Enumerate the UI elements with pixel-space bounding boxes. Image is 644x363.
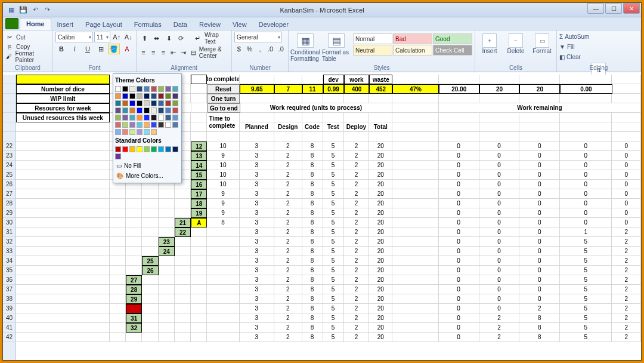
cell[interactable]: 3 [240,266,274,275]
color-swatch[interactable] [158,86,164,92]
cell[interactable] [159,313,175,323]
cell[interactable]: 24 [159,247,175,256]
cell[interactable] [392,256,439,266]
color-swatch[interactable] [151,122,157,128]
color-swatch[interactable] [129,146,135,152]
cell[interactable]: 0 [519,199,560,208]
fill-button[interactable]: ▼Fill [559,42,638,51]
cell[interactable]: 0 [479,285,520,294]
cell[interactable]: 20 [369,304,392,313]
color-swatch[interactable] [115,93,121,99]
cell[interactable] [126,333,142,342]
cell[interactable]: 0 [439,275,479,285]
cell[interactable]: 0 [560,161,612,170]
cell[interactable] [159,304,175,313]
cell[interactable]: Time to complete [207,113,239,132]
color-swatch[interactable] [115,86,121,92]
cell[interactable]: 0 [479,275,520,285]
cell[interactable] [274,75,302,84]
cell[interactable]: 0 [479,208,520,218]
align-top-icon[interactable]: ⬆ [139,33,150,44]
grow-font-icon[interactable]: A↑ [112,32,122,42]
color-swatch[interactable] [122,146,128,152]
cell[interactable]: 2 [344,208,370,218]
cell[interactable]: 8 [207,218,239,227]
cell[interactable]: 0 [479,141,520,151]
cell[interactable]: 0 [439,199,479,208]
cell[interactable]: 0 [560,199,612,208]
decrease-decimal-icon[interactable]: .0 [276,44,286,54]
cell[interactable]: WIP limit [16,94,110,103]
cell[interactable]: 2 [344,180,370,189]
color-swatch[interactable] [129,122,135,128]
cell[interactable]: 0 [439,161,479,170]
cell[interactable]: 8 [302,170,323,180]
cell[interactable] [191,237,207,247]
cell[interactable] [142,323,158,333]
cell[interactable] [302,94,323,103]
cell[interactable] [126,227,142,237]
cell[interactable]: 27 [126,275,142,285]
cell[interactable] [16,285,110,294]
tab-formulas[interactable]: Formulas [128,19,168,30]
cell[interactable] [16,180,110,189]
cell[interactable]: 0 [479,151,520,161]
cell[interactable]: 0 [612,218,641,227]
cell[interactable]: 0 [479,170,520,180]
cell[interactable] [142,285,158,294]
fill-color-button[interactable]: 🪣 [108,44,120,54]
cell[interactable]: 2 [612,227,641,237]
cell[interactable]: 23 [159,237,175,247]
cell[interactable] [392,199,439,208]
cell[interactable]: 2 [479,313,520,323]
cell[interactable]: 0 [479,247,520,256]
cell[interactable] [110,304,126,313]
cell[interactable]: 8 [519,323,560,333]
cell[interactable] [110,199,126,208]
cell[interactable] [142,218,158,227]
cell[interactable]: 10 [207,180,239,189]
cell[interactable] [175,294,191,304]
format-as-table-button[interactable]: ▤Format as Table [322,33,351,62]
cell[interactable]: 2 [344,333,370,342]
tab-insert[interactable]: Insert [51,19,80,30]
cell[interactable] [191,294,207,304]
color-swatch[interactable] [122,107,128,113]
more-colors-button[interactable]: 🎨More Colors... [115,171,179,181]
border-button[interactable]: ⊞ [95,44,107,54]
cell[interactable]: 2 [344,161,370,170]
cell[interactable] [323,113,344,122]
cell[interactable]: 20 [369,285,392,294]
color-swatch[interactable] [144,146,150,152]
color-swatch[interactable] [129,93,135,99]
comma-icon[interactable]: , [255,44,265,54]
color-swatch[interactable] [115,107,121,113]
color-swatch[interactable] [165,93,171,99]
cell[interactable]: 0 [519,294,560,304]
cell[interactable]: 0 [439,180,479,189]
row-header[interactable]: 34 [3,256,16,266]
cell[interactable] [142,333,158,342]
cell[interactable] [344,113,370,122]
cell[interactable]: 0 [479,304,520,313]
format-cell-button[interactable]: ▭Format [530,33,554,54]
cell[interactable] [142,313,158,323]
cell[interactable]: A [191,218,207,227]
cell[interactable] [392,189,439,199]
cell[interactable] [612,122,641,132]
cell[interactable] [191,122,207,132]
color-swatch[interactable] [144,93,150,99]
cell[interactable]: 2 [274,256,302,266]
color-swatch[interactable] [115,100,121,106]
align-center-icon[interactable]: ≡ [149,47,158,58]
row-header[interactable]: 31 [3,227,16,237]
color-swatch[interactable] [122,100,128,106]
cell[interactable]: 10 [207,170,239,180]
cell[interactable]: 0 [519,285,560,294]
cell[interactable] [392,285,439,294]
indent-inc-icon[interactable]: ⇥ [179,47,188,58]
cell[interactable] [392,94,439,103]
cell[interactable]: 2 [479,333,520,342]
cell[interactable]: 5 [560,275,612,285]
cell[interactable]: 5 [323,275,344,285]
